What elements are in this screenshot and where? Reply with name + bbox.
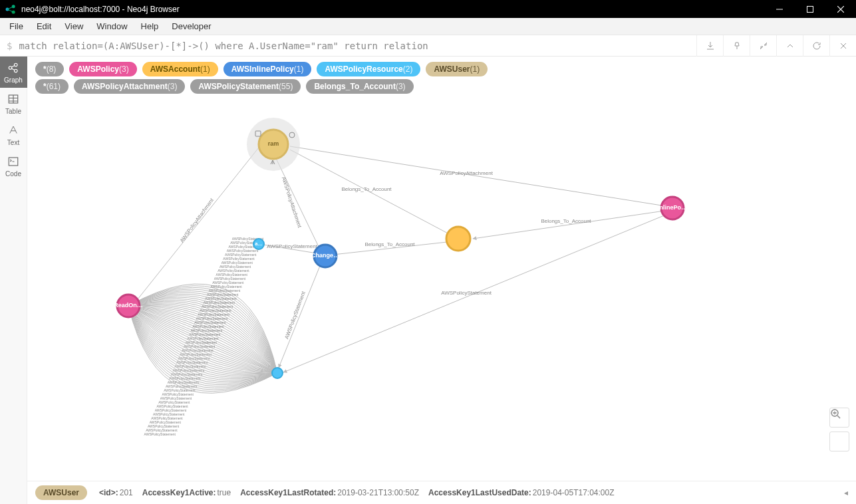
- inspector-accesskey1lastuseddate: AccessKey1LastUsedDate:2019-04-05T17:04:…: [428, 488, 615, 497]
- svg-text:AWSPolicyStatement: AWSPolicyStatement: [144, 432, 176, 436]
- svg-point-5: [15, 63, 18, 66]
- view-text[interactable]: Text: [0, 119, 27, 150]
- edge-label: AWSPolicyStatement: [283, 290, 307, 340]
- window-title: neo4j@bolt://localhost:7000 - Neo4j Brow…: [21, 5, 180, 14]
- view-table[interactable]: Table: [0, 88, 27, 119]
- legend-rel-policyattachment[interactable]: AWSPolicyAttachment(3): [74, 79, 185, 94]
- svg-text:InlinePo…: InlinePo…: [658, 204, 687, 211]
- query-input[interactable]: match relation=(A:AWSUser)-[*]->() where…: [19, 41, 696, 51]
- close-window-button[interactable]: [825, 0, 856, 18]
- graph-canvas[interactable]: AWSPolicyAttachment Belongs_To_Account B…: [27, 96, 856, 481]
- legend-node-awspolicy[interactable]: AWSPolicy(3): [69, 62, 136, 76]
- node-res1[interactable]: a…: [253, 239, 264, 249]
- legend-rel-all[interactable]: *(61): [35, 79, 69, 94]
- window-titlebar: neo4j@bolt://localhost:7000 - Neo4j Brow…: [0, 0, 856, 18]
- legend-nodes: *(8) AWSPolicy(3) AWSAccount(1) AWSInlin…: [27, 57, 856, 79]
- legend-node-all[interactable]: *(8): [35, 62, 64, 76]
- policy-statement-fan: AWSPolicyStatementAWSPolicyStatementAWSP…: [128, 237, 277, 436]
- view-text-label: Text: [7, 139, 19, 146]
- menu-edit[interactable]: Edit: [30, 19, 58, 34]
- svg-point-64: [446, 227, 470, 251]
- menu-help[interactable]: Help: [134, 19, 166, 34]
- svg-text:ReadOn…: ReadOn…: [114, 302, 143, 309]
- expand-up-button[interactable]: [776, 35, 803, 57]
- inspector-id: <id>:201: [99, 488, 133, 497]
- menu-window[interactable]: Window: [90, 19, 134, 34]
- rerun-button[interactable]: [803, 35, 829, 57]
- maximize-button[interactable]: [795, 0, 825, 18]
- svg-point-73: [272, 368, 283, 378]
- edge-label: AWSPolicyStatement: [441, 290, 492, 296]
- editor-prompt: $: [0, 41, 19, 51]
- node-ram[interactable]: ram: [247, 118, 300, 171]
- download-button[interactable]: [696, 35, 723, 57]
- pin-button[interactable]: [723, 35, 750, 57]
- edge-label: AWSPolicyAttachment: [440, 170, 494, 176]
- inspector-expand-icon[interactable]: ◂: [844, 488, 848, 497]
- menu-view[interactable]: View: [58, 19, 90, 34]
- editor-actions: [696, 35, 856, 57]
- edge-label: Belongs_To_Account: [341, 186, 392, 192]
- edge-label: Belongs_To_Account: [541, 218, 591, 224]
- view-graph-label: Graph: [4, 76, 23, 84]
- menu-developer[interactable]: Developer: [165, 19, 217, 34]
- view-table-label: Table: [5, 108, 21, 115]
- edge-label: AWSPolicyAttachment: [179, 197, 215, 243]
- node-res2[interactable]: [272, 368, 283, 378]
- minimize-button[interactable]: [764, 0, 795, 18]
- inspector-accesskey1active: AccessKey1Active:true: [142, 488, 231, 497]
- edge-label: AWSPolicyAttachment: [281, 176, 303, 229]
- inspector-accesskey1lastrotated: AccessKey1LastRotated:2019-03-21T13:00:5…: [240, 488, 419, 497]
- edge-label: Belongs_To_Account: [364, 241, 415, 247]
- svg-point-4: [9, 66, 12, 70]
- legend-node-awsinlinepolicy[interactable]: AWSInlinePolicy(1): [223, 62, 312, 76]
- query-editor-row: $ match relation=(A:AWSUser)-[*]->() whe…: [0, 35, 856, 57]
- result-view-sidebar: Graph Table Text Code: [0, 57, 27, 504]
- svg-text:ram: ram: [268, 140, 279, 147]
- result-content: *(8) AWSPolicy(3) AWSAccount(1) AWSInlin…: [27, 57, 856, 504]
- legend-node-awsuser[interactable]: AWSUser(1): [426, 62, 488, 76]
- legend-node-awspolicyresource[interactable]: AWSPolicyResource(2): [317, 62, 420, 76]
- svg-text:a…: a…: [255, 241, 263, 246]
- app-icon: [4, 3, 17, 16]
- zoom-out-button[interactable]: [829, 432, 849, 451]
- node-account[interactable]: [446, 227, 470, 251]
- view-code[interactable]: Code: [0, 150, 27, 182]
- edge-label: AWSPolicyStatement: [267, 243, 318, 249]
- menu-bar: File Edit View Window Help Developer: [0, 18, 856, 35]
- zoom-controls: [829, 408, 849, 451]
- menu-file[interactable]: File: [3, 19, 30, 34]
- collapse-button[interactable]: [750, 35, 776, 57]
- close-result-button[interactable]: [829, 35, 856, 57]
- svg-rect-3: [807, 6, 813, 12]
- svg-point-6: [15, 69, 18, 72]
- legend-rel-policystatement[interactable]: AWSPolicyStatement(55): [190, 79, 301, 94]
- svg-point-2: [12, 10, 15, 13]
- svg-point-1: [12, 5, 15, 8]
- view-graph[interactable]: Graph: [0, 57, 27, 88]
- inspector-type-pill[interactable]: AWSUser: [35, 485, 87, 500]
- legend-rels: *(61) AWSPolicyAttachment(3) AWSPolicySt…: [27, 79, 856, 96]
- svg-text:Change…: Change…: [311, 252, 339, 259]
- legend-node-awsaccount[interactable]: AWSAccount(1): [142, 62, 218, 76]
- legend-rel-belongstoaccount[interactable]: Belongs_To_Account(3): [306, 79, 413, 94]
- view-code-label: Code: [5, 170, 21, 178]
- node-inspector: AWSUser <id>:201 AccessKey1Active:true A…: [27, 481, 856, 504]
